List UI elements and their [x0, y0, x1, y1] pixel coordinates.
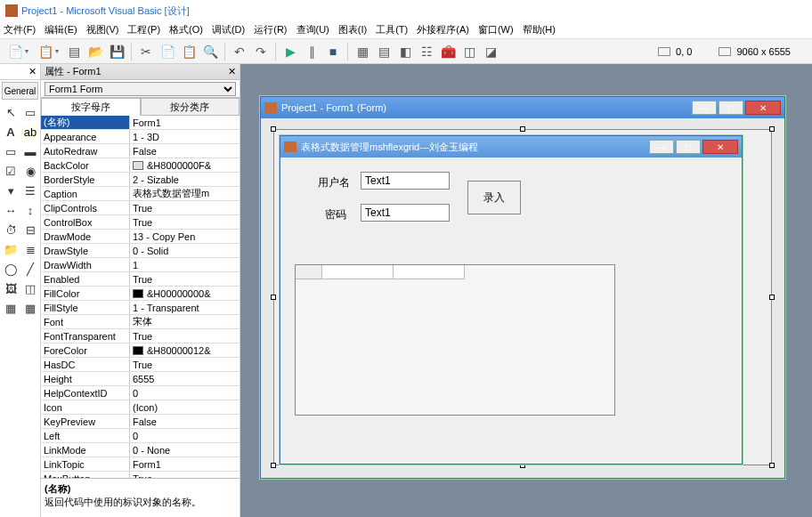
optionbutton-tool[interactable]: ◉ [21, 162, 39, 180]
redo-button[interactable]: ↷ [251, 42, 271, 61]
find-button[interactable]: 🔍 [200, 42, 220, 61]
property-value[interactable]: 宋体 [130, 315, 240, 328]
property-row[interactable]: EnabledTrue [41, 272, 240, 287]
menu-debug[interactable]: 调试(D) [212, 23, 245, 36]
designer-titlebar[interactable]: Project1 - Form1 (Form) — □ ✕ [261, 97, 784, 118]
menu-tools[interactable]: 工具(T) [376, 23, 408, 36]
commandbutton-tool[interactable]: ▬ [21, 142, 39, 160]
property-value[interactable]: 0 [130, 429, 240, 442]
property-row[interactable]: FillStyle1 - Transparent [41, 301, 240, 315]
property-value[interactable]: False [130, 415, 240, 428]
property-value[interactable]: True [130, 472, 240, 478]
open-button[interactable]: 📂 [85, 42, 105, 61]
save-button[interactable]: 💾 [107, 42, 126, 61]
project-explorer-button[interactable]: ▦ [353, 42, 372, 61]
pause-button[interactable]: ∥ [302, 42, 321, 61]
shape-tool[interactable]: ◯ [2, 260, 20, 278]
form1-client-area[interactable]: 用户名 Text1 密码 Text1 录入 [280, 158, 742, 464]
minimize-button[interactable]: — [692, 101, 717, 115]
dirlist-tool[interactable]: 📁 [2, 240, 20, 258]
vcm-button[interactable]: ◪ [481, 42, 500, 61]
textbox-tool[interactable]: ab [21, 123, 39, 141]
property-value[interactable]: True [130, 358, 240, 371]
property-value[interactable]: False [130, 144, 240, 158]
property-row[interactable]: BackColor&H8000000F& [41, 158, 240, 173]
minimize-button[interactable]: — [649, 140, 674, 154]
menu-window[interactable]: 窗口(W) [478, 23, 514, 36]
property-value[interactable]: &H80000012& [130, 343, 240, 357]
data-view-button[interactable]: ◫ [459, 42, 479, 61]
close-icon[interactable]: ✕ [228, 66, 236, 77]
undo-button[interactable]: ↶ [230, 42, 249, 61]
property-row[interactable]: ForeColor&H80000012& [41, 343, 240, 358]
properties-window-button[interactable]: ▤ [374, 42, 394, 61]
property-value[interactable]: 1 [130, 258, 240, 271]
property-row[interactable]: HelpContextID0 [41, 386, 240, 400]
property-row[interactable]: KeyPreviewFalse [41, 415, 240, 429]
property-row[interactable]: Height6555 [41, 372, 240, 386]
textbox-username[interactable]: Text1 [361, 172, 450, 190]
property-row[interactable]: DrawMode13 - Copy Pen [41, 230, 240, 244]
form1-titlebar[interactable]: 表格式数据管理mshflexgrid---刘金玉编程 — □ ✕ [280, 136, 742, 158]
filelist-tool[interactable]: ≣ [21, 240, 39, 258]
tab-categorized[interactable]: 按分类序 [141, 98, 240, 116]
toolbox-button[interactable]: 🧰 [438, 42, 458, 61]
menu-project[interactable]: 工程(P) [127, 23, 160, 36]
tab-alphabetic[interactable]: 按字母序 [41, 98, 141, 116]
label-tool[interactable]: A [2, 123, 20, 141]
run-button[interactable]: ▶ [280, 42, 300, 61]
property-row[interactable]: FontTransparentTrue [41, 329, 240, 343]
property-row[interactable]: LinkMode0 - None [41, 443, 240, 457]
property-value[interactable]: &H00000000& [130, 287, 240, 300]
menu-run[interactable]: 运行(R) [254, 23, 287, 36]
property-row[interactable]: Caption表格式数据管理m [41, 187, 240, 201]
line-tool[interactable]: ╱ [21, 260, 39, 278]
pointer-tool[interactable]: ↖ [2, 103, 20, 121]
stop-button[interactable]: ■ [323, 42, 343, 61]
designer-window[interactable]: Project1 - Form1 (Form) — □ ✕ [260, 96, 785, 479]
property-value[interactable]: 0 - Solid [130, 244, 240, 257]
vscrollbar-tool[interactable]: ↕ [21, 201, 39, 219]
property-row[interactable]: Font宋体 [41, 315, 240, 329]
property-value[interactable]: 0 [130, 386, 240, 400]
menu-edit[interactable]: 编辑(E) [45, 23, 77, 36]
hscrollbar-tool[interactable]: ↔ [2, 201, 20, 219]
property-value[interactable]: 6555 [130, 372, 240, 385]
property-value[interactable]: True [130, 272, 240, 286]
timer-tool[interactable]: ⏱ [2, 221, 20, 238]
picturebox-tool[interactable]: ▭ [21, 103, 39, 121]
menu-query[interactable]: 查询(U) [296, 23, 329, 36]
menu-help[interactable]: 帮助(H) [523, 23, 556, 36]
property-value[interactable]: True [130, 215, 240, 229]
menu-diagram[interactable]: 图表(I) [338, 23, 367, 36]
property-row[interactable]: Left0 [41, 429, 240, 443]
property-row[interactable]: DrawWidth1 [41, 258, 240, 272]
property-row[interactable]: AutoRedrawFalse [41, 144, 240, 158]
property-value[interactable]: &H8000000F& [130, 158, 240, 172]
property-row[interactable]: ClipControlsTrue [41, 201, 240, 215]
add-project-button[interactable]: 📄 [4, 42, 32, 61]
property-value[interactable]: 0 - None [130, 443, 240, 456]
properties-grid[interactable]: (名称)Form1Appearance1 - 3DAutoRedrawFalse… [41, 116, 240, 478]
property-row[interactable]: BorderStyle2 - Sizable [41, 173, 240, 187]
property-value[interactable]: 表格式数据管理m [130, 187, 240, 200]
object-selector[interactable]: Form1 Form [45, 82, 236, 96]
property-value[interactable]: Form1 [130, 457, 240, 471]
object-browser-button[interactable]: ☷ [417, 42, 436, 61]
maximize-button[interactable]: □ [676, 140, 701, 154]
close-button[interactable]: ✕ [702, 140, 738, 154]
frame-tool[interactable]: ▭ [2, 142, 20, 160]
image-tool[interactable]: 🖼 [2, 279, 20, 297]
property-row[interactable]: Appearance1 - 3D [41, 130, 240, 144]
property-value[interactable]: 2 - Sizable [130, 173, 240, 186]
menu-file[interactable]: 文件(F) [4, 23, 36, 36]
form-layout-button[interactable]: ◧ [395, 42, 415, 61]
add-form-button[interactable]: 📋 [34, 42, 62, 61]
ole-tool[interactable]: ▦ [2, 299, 20, 317]
combobox-tool[interactable]: ▾ [2, 182, 20, 199]
menu-format[interactable]: 格式(O) [169, 23, 203, 36]
toolbox-tab-general[interactable]: General [2, 82, 38, 100]
drivelist-tool[interactable]: ⊟ [21, 221, 39, 238]
menu-editor-button[interactable]: ▤ [64, 42, 84, 61]
mshflexgrid-tool[interactable]: ▦ [21, 299, 39, 317]
